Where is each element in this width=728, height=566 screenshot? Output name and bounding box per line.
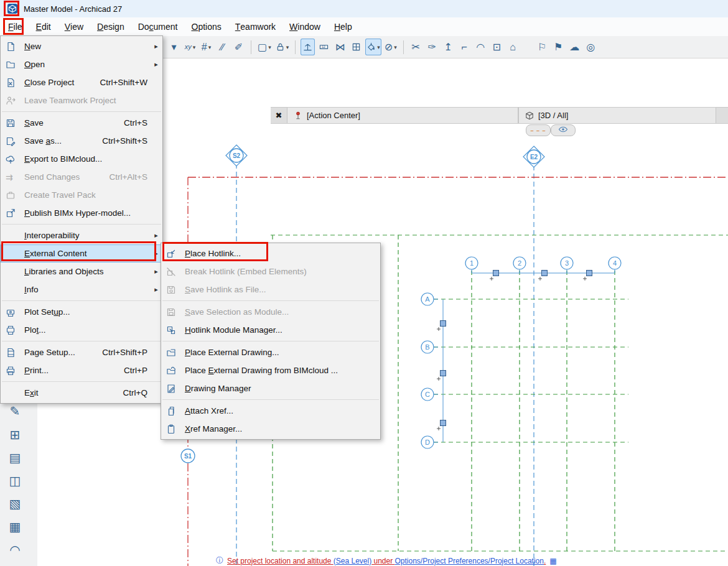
menu-item-label: Drawing Manager — [185, 384, 251, 393]
menu-item-label: External Content — [24, 249, 87, 258]
tracker-xy-button[interactable]: xy▾ — [183, 39, 197, 55]
dropdown-caret-icon: ▾ — [286, 44, 289, 50]
menu-item-label: Export to BIMcloud... — [24, 154, 102, 164]
menu-item-label: Save — [24, 118, 44, 128]
menu-item-page-setup[interactable]: Page Setup...Ctrl+Shift+P — [1, 343, 162, 361]
note-segment[interactable]: (Sea Level) — [334, 557, 371, 565]
menu-item-save-hotlink-as-file: Save Hotlink as File... — [161, 281, 380, 299]
project-location-note[interactable]: ⓘSet project location and altitude (Sea … — [216, 555, 557, 566]
resize-button[interactable]: ⊡ — [490, 39, 504, 55]
shell-tool-glyph: ◫ — [9, 473, 21, 488]
pages-icon — [166, 406, 180, 417]
menubar-item-design[interactable]: Design — [90, 17, 131, 36]
info-icon: ⓘ — [216, 555, 223, 566]
no-style-button[interactable]: ⊘▾ — [383, 39, 398, 55]
menu-item-interoperability[interactable]: Interoperability▸ — [1, 226, 162, 244]
view-style-button[interactable]: ◎ — [584, 39, 598, 55]
trim-button[interactable]: ⌐ — [457, 39, 472, 55]
slab-tool-icon[interactable]: ⊞ — [6, 425, 24, 444]
stretch-button[interactable]: ⋈ — [333, 39, 347, 55]
menu-item-plot[interactable]: Plot... — [1, 321, 162, 339]
guide-lines-icon: ∕∕ — [221, 42, 224, 52]
grid-column-label: 1 — [470, 259, 474, 267]
menubar-item-view[interactable]: View — [58, 17, 90, 36]
grid-column-label: 4 — [613, 259, 617, 267]
tab-3d-all[interactable]: [3D / All] — [518, 108, 716, 123]
stair-tool-icon[interactable]: ◌ — [6, 559, 24, 566]
menu-item-exit[interactable]: ExitCtrl+Q — [1, 384, 162, 402]
menu-item-export-to-bimcloud[interactable]: Export to BIMcloud... — [1, 150, 162, 168]
menu-item-save-as[interactable]: Save as...Ctrl+Shift+S — [1, 132, 162, 150]
shell-tool-icon[interactable]: ◫ — [6, 471, 24, 490]
fit-in-window-button[interactable]: ⌂ — [506, 39, 520, 55]
snap-pen-button[interactable]: ✐ — [231, 39, 246, 55]
tab-action-center[interactable]: [Action Center] — [287, 108, 518, 123]
split-button[interactable]: ✂ — [409, 39, 423, 55]
grid-snap-button[interactable]: #▾ — [199, 39, 213, 55]
menubar-item-window[interactable]: Window — [282, 17, 327, 36]
menu-item-save[interactable]: SaveCtrl+S — [1, 114, 162, 132]
zone-tool-icon[interactable]: ◠ — [6, 540, 24, 559]
dropdown-caret-icon: ▾ — [208, 44, 212, 50]
menubar-item-document[interactable]: Document — [131, 17, 185, 36]
grid-snap-icon: # — [202, 42, 207, 52]
view-style-icon: ◎ — [586, 42, 595, 52]
pickup-inject-button[interactable]: ▾ — [365, 39, 381, 55]
folder-icon — [6, 59, 19, 70]
flag-button[interactable]: ⚐ — [535, 39, 549, 55]
menu-item-libraries-and-objects[interactable]: Libraries and Objects▸ — [1, 262, 162, 281]
menu-item-leave-teamwork-project: Leave Teamwork Project — [1, 91, 162, 109]
menubar-item-teamwork[interactable]: Teamwork — [228, 17, 282, 36]
transform-button[interactable] — [301, 39, 315, 55]
menu-separator — [2, 224, 161, 225]
menu-item-info[interactable]: Info▸ — [1, 281, 162, 299]
mesh-tool-icon[interactable]: ▦ — [6, 517, 24, 536]
elevate-button[interactable]: ↥ — [441, 39, 455, 55]
cloud-sync-button[interactable]: ☁ — [567, 39, 582, 55]
adjust-button[interactable]: ✑ — [425, 39, 439, 55]
morph-tool-icon[interactable]: ▧ — [6, 494, 24, 513]
menubar-item-options[interactable]: Options — [185, 17, 228, 36]
menu-item-plot-setup[interactable]: Plot Setup... — [1, 303, 162, 321]
guide-lines-button[interactable]: ∕∕ — [215, 39, 230, 55]
explode-button[interactable] — [349, 39, 363, 55]
split-icon: ✂ — [411, 42, 419, 52]
menu-item-print[interactable]: Print...Ctrl+P — [1, 361, 162, 379]
menu-item-drawing-manager[interactable]: Drawing Manager — [161, 379, 380, 397]
menu-item-close-project[interactable]: Close ProjectCtrl+Shift+W — [1, 73, 162, 91]
trace-reference-button[interactable]: – – – — [526, 124, 551, 136]
menu-item-label: Place Hotlink... — [185, 249, 241, 258]
pin-icon — [294, 111, 302, 120]
suspend-groups-button[interactable]: ▾ — [274, 39, 291, 55]
menu-item-hotlink-module-manager[interactable]: Hotlink Module Manager... — [161, 321, 380, 339]
close-tab-icon[interactable]: ✖ — [271, 108, 287, 123]
wall-lines — [443, 273, 615, 442]
archicad-app-icon[interactable] — [7, 3, 18, 14]
grid-row-label: C — [425, 391, 430, 398]
options-dropdown-button[interactable]: ▾ — [167, 39, 181, 55]
menu-item-new[interactable]: New▸ — [1, 37, 162, 55]
dimensions-button[interactable]: 12 — [317, 39, 331, 55]
doc-icon — [6, 41, 19, 52]
note-segment[interactable]: Options/Project Preferences/Project Loca… — [395, 557, 544, 565]
menu-item-open[interactable]: Open▸ — [1, 55, 162, 73]
menu-item-xref-manager[interactable]: Xref Manager... — [161, 420, 380, 438]
menu-item-label: Open — [24, 60, 45, 69]
menubar-item-file[interactable]: File — [1, 17, 29, 36]
pen-tool-icon[interactable]: ✎ — [6, 402, 24, 420]
marquee-button[interactable]: ▢▾ — [256, 39, 273, 55]
menu-item-place-hotlink[interactable]: Place Hotlink... — [161, 244, 380, 262]
menu-item-place-external-drawing-from-bimcloud[interactable]: Place External Drawing from BIMcloud ... — [161, 361, 380, 379]
menu-item-label: Save as... — [24, 136, 62, 146]
menu-item-publish-bimx-hyper-model[interactable]: Publish BIMx Hyper-model... — [1, 204, 162, 222]
visibility-toggle-button[interactable] — [551, 124, 576, 136]
menu-item-place-external-drawing[interactable]: Place External Drawing... — [161, 343, 380, 361]
menubar-item-edit[interactable]: Edit — [29, 17, 58, 36]
roof-tool-icon[interactable]: ▤ — [6, 448, 24, 467]
note-segment: Set project location and altitude — [227, 557, 334, 565]
menu-item-external-content[interactable]: External Content▸ — [1, 244, 162, 262]
menu-item-attach-xref[interactable]: Attach Xref... — [161, 402, 380, 420]
fillet-button[interactable]: ◠ — [474, 39, 488, 55]
menubar-item-help[interactable]: Help — [327, 17, 359, 36]
favorites-flag-button[interactable]: ⚑ — [551, 39, 566, 55]
